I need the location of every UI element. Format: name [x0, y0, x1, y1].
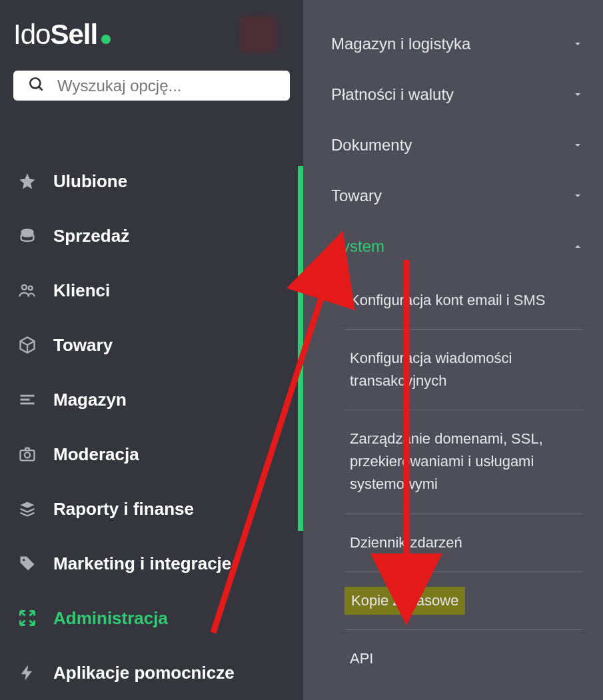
camera-icon: [16, 443, 39, 466]
expand-icon: [16, 607, 39, 629]
svg-point-10: [23, 559, 25, 561]
svg-point-3: [22, 285, 27, 290]
search-box[interactable]: [13, 71, 290, 101]
svg-point-4: [29, 286, 33, 290]
main-sidebar: IdoSell Ulubione Sprzedaż Klienci: [0, 0, 303, 700]
panel-label: Dokumenty: [331, 136, 412, 155]
cube-icon: [16, 334, 39, 356]
nav-clients[interactable]: Klienci: [13, 263, 290, 318]
nav-warehouse[interactable]: Magazyn: [13, 372, 290, 427]
nav-sales[interactable]: Sprzedaż: [13, 208, 290, 263]
nav-label: Aplikacje pomocnicze: [53, 663, 235, 683]
sub-item-transactional[interactable]: Konfiguracja wiadomości transakcyjnych: [344, 330, 583, 410]
svg-point-9: [25, 452, 30, 458]
chevron-up-icon: [572, 237, 583, 256]
nav-reports[interactable]: Raporty i finanse: [13, 482, 290, 536]
star-icon: [16, 170, 39, 192]
nav-label: Marketing i integracje: [53, 553, 231, 574]
brand-part1: Ido: [13, 19, 50, 51]
nav-label: Administracja: [53, 608, 168, 629]
sub-item-backups[interactable]: Kopie zapasowe: [344, 587, 465, 615]
nav-label: Moderacja: [53, 444, 139, 465]
users-icon: [16, 279, 39, 302]
panel-label: Płatności i waluty: [331, 85, 454, 104]
chevron-down-icon: [572, 35, 583, 53]
panel-label: System: [331, 237, 384, 256]
panel-system[interactable]: System: [303, 221, 603, 272]
nav-list: Ulubione Sprzedaż Klienci Towary Magazyn: [13, 154, 290, 700]
panel-label: Magazyn i logistyka: [331, 35, 470, 53]
panel-logistics[interactable]: Magazyn i logistyka: [303, 19, 603, 69]
svg-line-1: [39, 87, 42, 90]
chevron-down-icon: [572, 85, 583, 104]
svg-point-0: [30, 78, 40, 88]
nav-products[interactable]: Towary: [13, 318, 290, 372]
system-sublist: Konfiguracja kont email i SMS Konfigurac…: [303, 272, 603, 687]
nav-apps[interactable]: Aplikacje pomocnicze: [13, 645, 290, 700]
bolt-icon: [16, 661, 39, 684]
sub-item-events[interactable]: Dziennik zdarzeń: [344, 514, 583, 572]
panel-documents[interactable]: Dokumenty: [303, 120, 603, 171]
panel-payments[interactable]: Płatności i waluty: [303, 69, 603, 120]
nav-marketing[interactable]: Marketing i integracje: [13, 536, 290, 591]
nav-label: Ulubione: [53, 171, 127, 192]
secondary-panel: Magazyn i logistyka Płatności i waluty D…: [303, 0, 603, 700]
sub-item-email-sms[interactable]: Konfiguracja kont email i SMS: [344, 272, 583, 330]
nav-label: Raporty i finanse: [53, 499, 194, 520]
nav-favorites[interactable]: Ulubione: [13, 154, 290, 208]
active-indicator: [298, 166, 303, 531]
sub-item-api[interactable]: API: [344, 630, 583, 687]
panel-label: Towary: [331, 186, 382, 205]
brand-dot-icon: [101, 35, 111, 44]
sub-item-domains[interactable]: Zarządzanie domenami, SSL, przekierowani…: [344, 410, 583, 514]
nav-label: Towary: [53, 335, 113, 356]
search-icon: [28, 76, 45, 96]
coins-icon: [16, 224, 39, 247]
nav-administration[interactable]: Administracja: [13, 591, 290, 645]
search-input[interactable]: [57, 77, 275, 95]
chevron-down-icon: [572, 186, 583, 205]
layers-icon: [16, 498, 39, 520]
panel-products[interactable]: Towary: [303, 171, 603, 221]
brand-part2: Sell: [50, 19, 97, 51]
nav-moderation[interactable]: Moderacja: [13, 427, 290, 482]
tag-icon: [16, 552, 39, 575]
nav-label: Sprzedaż: [53, 226, 129, 246]
nav-label: Klienci: [53, 280, 110, 301]
nav-label: Magazyn: [53, 390, 127, 410]
notification-badge[interactable]: [240, 16, 277, 53]
chevron-down-icon: [572, 136, 583, 155]
warehouse-icon: [16, 388, 39, 411]
